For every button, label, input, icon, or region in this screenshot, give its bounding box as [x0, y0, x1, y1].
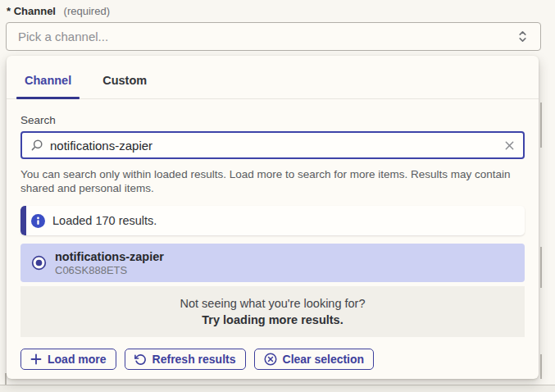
load-more-label: Load more: [48, 353, 107, 366]
field-label-text: Channel: [14, 5, 56, 17]
alert-text: Loaded 170 results.: [52, 214, 157, 227]
refresh-results-button[interactable]: Refresh results: [125, 349, 246, 370]
search-icon: [30, 139, 43, 152]
hint-line1: Not seeing what you're looking for?: [180, 297, 365, 310]
search-box: [20, 131, 525, 159]
tab-custom[interactable]: Custom: [94, 67, 155, 98]
search-label: Search: [20, 114, 525, 126]
dropdown-actions: Load more Refresh results: [20, 349, 525, 370]
required-marker: *: [7, 5, 11, 17]
info-icon: [31, 214, 45, 228]
occluded-field-border: [540, 354, 542, 379]
hint-line2-link[interactable]: Try loading more results.: [202, 313, 343, 326]
loaded-results-alert: Loaded 170 results.: [20, 206, 525, 235]
channel-option-selected[interactable]: notifications-zapier C06SK888ETS: [20, 244, 525, 282]
chevron-up-down-icon: [516, 30, 529, 43]
option-id: C06SK888ETS: [55, 264, 164, 276]
refresh-results-label: Refresh results: [152, 353, 236, 366]
channel-select[interactable]: Pick a channel...: [6, 22, 541, 51]
channel-dropdown-panel: Channel Custom Search You can search onl…: [7, 56, 539, 379]
search-help-text: You can search only within loaded result…: [20, 167, 525, 195]
channel-field-label: * Channel (required): [7, 5, 110, 17]
occluded-field-border: [540, 103, 542, 148]
occluded-field-border: [540, 247, 542, 288]
tab-channel[interactable]: Channel: [16, 67, 80, 98]
plus-icon: [30, 353, 42, 365]
load-more-button[interactable]: Load more: [20, 349, 116, 370]
search-input[interactable]: [50, 139, 498, 153]
load-more-hint: Not seeing what you're looking for? Try …: [20, 286, 525, 337]
clear-circle-icon: [264, 353, 277, 366]
clear-search-icon[interactable]: [504, 140, 515, 151]
select-placeholder: Pick a channel...: [18, 30, 516, 43]
required-note: (required): [64, 5, 110, 17]
radio-selected-icon[interactable]: [31, 255, 47, 271]
clear-selection-button[interactable]: Clear selection: [254, 349, 375, 370]
clear-selection-label: Clear selection: [283, 353, 365, 366]
dropdown-tabs: Channel Custom: [7, 56, 539, 99]
option-name: notifications-zapier: [55, 250, 164, 264]
refresh-icon: [134, 353, 147, 366]
occluded-section-below: [0, 385, 555, 392]
